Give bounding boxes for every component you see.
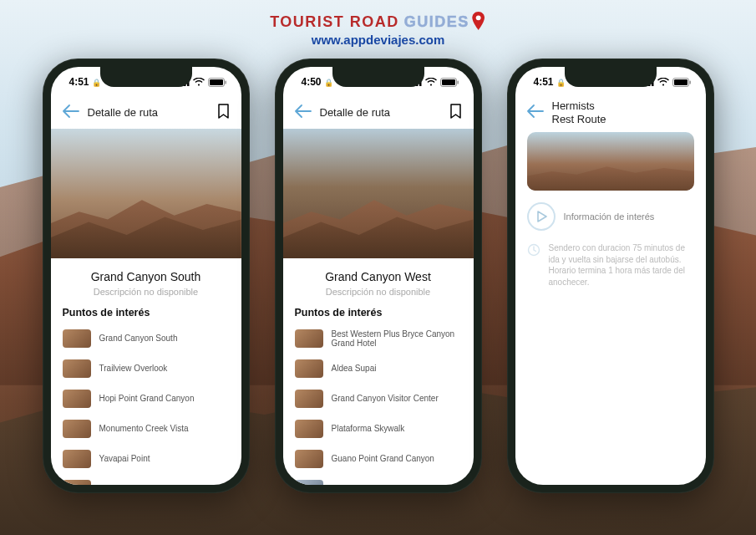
- poi-label: Trailview Overlook: [99, 364, 168, 374]
- list-item[interactable]: Trailview Overlook: [63, 355, 230, 382]
- hero-image: [527, 132, 694, 191]
- poi-label: Grand Canyon Visitor Center: [332, 394, 439, 404]
- nav-bar: Hermists Rest Route: [515, 97, 706, 129]
- battery-icon: [672, 78, 691, 87]
- play-icon: [535, 211, 547, 222]
- poi-thumb: [295, 390, 323, 408]
- nav-bar: Detalle de ruta: [283, 97, 474, 129]
- poi-thumb: [295, 359, 323, 378]
- poi-thumb: [295, 450, 323, 468]
- wifi-icon: [425, 78, 437, 86]
- poi-label: Guano Point Grand Canyon: [332, 454, 434, 464]
- status-time: 4:51: [534, 76, 554, 88]
- bookmark-button[interactable]: [449, 104, 462, 122]
- list-item[interactable]: Grand Canyon Visitor Center: [295, 385, 462, 412]
- poi-label: Hopi Point Grand Canyon: [99, 394, 195, 404]
- poi-thumb: [295, 420, 323, 438]
- list-item[interactable]: [295, 476, 462, 485]
- nav-title: Detalle de ruta: [320, 106, 441, 120]
- status-time: 4:51: [69, 76, 89, 88]
- battery-icon: [440, 78, 459, 87]
- svg-rect-13: [442, 79, 455, 85]
- back-button[interactable]: [295, 104, 312, 121]
- phone-notch: [565, 67, 657, 87]
- svg-rect-20: [674, 79, 688, 85]
- phone-notch: [100, 67, 192, 87]
- route-title: Grand Canyon South: [51, 270, 241, 283]
- poi-label: Aldea Supai: [332, 364, 377, 374]
- list-item[interactable]: Aldea Supai: [295, 355, 462, 382]
- svg-point-0: [476, 15, 481, 20]
- nav-title: Detalle de ruta: [88, 106, 209, 120]
- map-pin-icon: [471, 12, 486, 30]
- brand-title-b: GUIDES: [404, 13, 469, 30]
- poi-label: Museo Tusayan: [99, 484, 159, 485]
- poi-thumb: [63, 450, 91, 468]
- poi-label: Best Western Plus Bryce Canyon Grand Hot…: [332, 329, 462, 349]
- route-title: Grand Canyon West: [283, 270, 474, 283]
- lock-icon: 🔒: [324, 79, 333, 87]
- lock-icon: 🔒: [92, 79, 101, 87]
- svg-rect-14: [457, 80, 458, 84]
- brand-title-a: TOURIST ROAD: [270, 13, 399, 30]
- hero-image: [51, 129, 241, 258]
- poi-thumb: [63, 480, 91, 485]
- poi-label: Monumento Creek Vista: [99, 424, 189, 434]
- svg-rect-21: [689, 80, 690, 84]
- list-item[interactable]: Best Western Plus Bryce Canyon Grand Hot…: [295, 325, 462, 352]
- list-item[interactable]: Monumento Creek Vista: [63, 415, 230, 442]
- poi-thumb: [63, 359, 91, 378]
- play-label: Información de interés: [564, 211, 655, 222]
- phone-notch: [332, 67, 424, 87]
- wifi-icon: [657, 78, 669, 86]
- list-item[interactable]: Hopi Point Grand Canyon: [63, 385, 230, 412]
- lock-icon: 🔒: [556, 79, 566, 87]
- list-item[interactable]: Yavapai Point: [63, 446, 230, 472]
- nav-bar: Detalle de ruta: [51, 97, 241, 129]
- list-item[interactable]: Guano Point Grand Canyon: [295, 446, 462, 472]
- svg-rect-7: [225, 80, 226, 84]
- brand-url: www.appdeviajes.com: [270, 33, 486, 47]
- poi-section-header: Puntos de interés: [283, 307, 474, 325]
- hero-image: [283, 129, 474, 258]
- list-item[interactable]: Grand Canyon South: [63, 325, 230, 352]
- poi-list[interactable]: Grand Canyon South Trailview Overlook Ho…: [51, 325, 241, 485]
- poi-thumb: [63, 329, 91, 348]
- route-description: Descripción no disponible: [51, 287, 241, 297]
- phone-hermits: 4:51🔒 Hermists Rest Route Información de…: [507, 59, 714, 493]
- play-audio-button[interactable]: [527, 202, 556, 231]
- brand-header: TOURIST ROADGUIDES www.appdeviajes.com: [270, 12, 486, 47]
- poi-label: Yavapai Point: [99, 454, 150, 464]
- poi-label: Grand Canyon South: [99, 334, 178, 344]
- poi-label: Plataforma Skywalk: [332, 424, 405, 434]
- route-description: Descripción no disponible: [283, 287, 474, 297]
- back-button[interactable]: [527, 104, 544, 121]
- list-item[interactable]: Plataforma Skywalk: [295, 415, 462, 442]
- list-item[interactable]: Museo Tusayan: [63, 476, 230, 485]
- poi-thumb: [295, 329, 323, 348]
- info-row: Sendero con duracion 75 minutos de ida y…: [515, 242, 706, 288]
- phone-west: 4:50🔒 Detalle de ruta Grand Canyon West …: [275, 59, 482, 493]
- status-time: 4:50: [302, 76, 322, 88]
- poi-thumb: [63, 390, 91, 408]
- info-text: Sendero con duracion 75 minutos de ida y…: [549, 242, 694, 288]
- svg-rect-6: [210, 79, 223, 85]
- bookmark-button[interactable]: [217, 104, 230, 122]
- poi-section-header: Puntos de interés: [51, 307, 241, 325]
- clock-icon: [527, 243, 540, 257]
- nav-title: Hermists Rest Route: [552, 99, 694, 125]
- phone-south: 4:51🔒 Detalle de ruta Grand Canyon South…: [43, 59, 250, 493]
- poi-list[interactable]: Best Western Plus Bryce Canyon Grand Hot…: [283, 325, 474, 485]
- wifi-icon: [193, 78, 205, 86]
- poi-thumb: [63, 420, 91, 438]
- back-button[interactable]: [63, 104, 79, 121]
- battery-icon: [208, 78, 226, 87]
- poi-thumb: [295, 480, 323, 485]
